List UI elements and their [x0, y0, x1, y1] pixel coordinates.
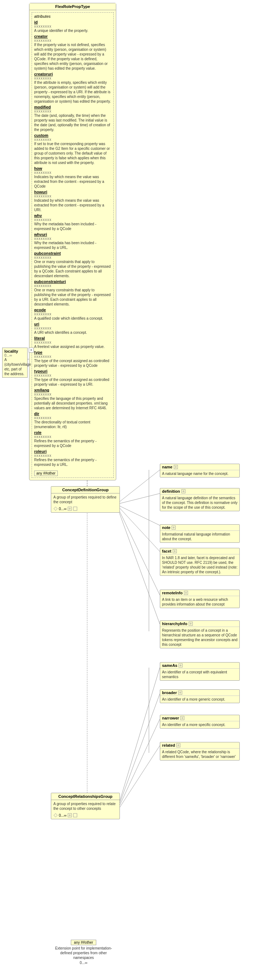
attr-id-dots: xxxxxxxx: [34, 24, 111, 28]
attr-how-name: how: [34, 166, 42, 170]
any-other-bottom-container: any ##other Extension point for implemen…: [54, 940, 113, 965]
any-other-bottom-tag: any ##other: [71, 940, 97, 945]
concept-rel-multiplicity-container: 0...∞: [51, 812, 120, 819]
related-prop-desc: A related QCode, where the relationship …: [160, 749, 239, 760]
broader-prop-label: broader: [162, 690, 177, 695]
narrower-prop-desc: An identifier of a more specific concept…: [160, 721, 239, 728]
remoteinfo-expand-icon: [184, 591, 188, 595]
attr-custom: custom xxxxxxxx If set to true the corre…: [34, 133, 111, 165]
attr-pubconstrainturi: pubconstrainturi xxxxxxxx One or many co…: [34, 279, 111, 307]
attr-creatoruri-desc: If the attribute is empty, specifies whi…: [34, 80, 111, 104]
attr-xmllang-dots: xxxxxxxx: [34, 392, 111, 396]
svg-marker-16: [54, 507, 57, 511]
attr-creator-name: creator: [34, 34, 48, 38]
attr-xmllang: xmllang xxxxxxxx Specifies the language …: [34, 388, 111, 410]
attr-modified-dots: xxxxxxxx: [34, 109, 111, 113]
attr-modified-desc: The date (and, optionally, the time) whe…: [34, 113, 111, 132]
attr-whyuri: whyuri xxxxxxxx Why the metadata has bee…: [34, 232, 111, 250]
attr-id-name: id: [34, 20, 38, 24]
attr-why-dots: xxxxxxxx: [34, 218, 111, 222]
svg-line-3: [116, 504, 160, 525]
related-expand-icon: [176, 743, 180, 748]
concept-rel-box2-icon: [73, 813, 77, 818]
attr-uri: uri xxxxxxxx A URI which identifies a co…: [34, 322, 111, 335]
any-other-bottom-desc: Extension point for implementation-defin…: [54, 946, 113, 960]
attr-creatoruri-name: creatoruri: [34, 72, 53, 76]
attr-type: type xxxxxxxx The type of the concept as…: [34, 350, 111, 368]
concept-rel-desc: A group of properties required to relate…: [51, 800, 120, 812]
any-other-tag: any ##other: [34, 471, 58, 476]
attr-dir: dir xxxxxxxx The directionality of textu…: [34, 412, 111, 429]
attr-uri-desc: A URI which identifies a concept.: [34, 330, 111, 335]
narrower-prop-box: narrower An identifier of a more specifi…: [160, 715, 240, 729]
attr-xmllang-desc: Specifies the language of this property …: [34, 396, 111, 410]
attr-type-desc: The type of the concept assigned as cont…: [34, 358, 111, 368]
name-prop-desc: A natural language name for the concept.: [160, 470, 239, 477]
attr-dir-desc: The directionality of textual content (e…: [34, 420, 111, 429]
concept-rel-diamond-icon: [53, 813, 58, 818]
svg-line-10: [116, 719, 160, 813]
narrower-prop-header: narrower: [160, 715, 239, 721]
name-prop-label: name: [162, 465, 172, 469]
remoteinfo-prop-desc: A link to an item or a web resource whic…: [160, 596, 239, 608]
attr-creator-desc: If the property value is not defined, sp…: [34, 43, 111, 71]
concept-def-expand-icon: [68, 506, 72, 511]
facet-prop-desc: In NAR 1.8 and later, facet is deprecate…: [160, 554, 239, 576]
remoteinfo-prop-header: remoteInfo: [160, 590, 239, 596]
attr-how-desc: Indicates by which means the value was e…: [34, 175, 111, 189]
note-prop-header: note: [160, 525, 239, 531]
sameas-prop-header: sameAs: [160, 662, 239, 669]
svg-line-11: [116, 746, 160, 813]
svg-line-1: [116, 470, 160, 504]
attr-type-dots: xxxxxxxx: [34, 355, 111, 358]
concept-rel-range: 0...∞: [59, 813, 67, 818]
attr-howuri-desc: Indicated by which means the value was e…: [34, 198, 111, 212]
definition-expand-icon: [181, 489, 186, 493]
facet-prop-box: facet In NAR 1.8 and later, facet is dep…: [160, 548, 240, 576]
locality-dots: 0...∞: [4, 353, 26, 357]
locality-label: locality: [4, 349, 26, 353]
locality-expand-icon[interactable]: +: [29, 348, 34, 353]
attr-why-desc: Why the metadata has been included - exp…: [34, 222, 111, 231]
attr-pubconstraint-dots: xxxxxxxx: [34, 255, 111, 259]
attr-qcode-desc: A qualified code which identifies a conc…: [34, 316, 111, 321]
svg-marker-21: [54, 813, 57, 817]
attr-id: id xxxxxxxx A unique identifier of the p…: [34, 20, 111, 33]
sameas-expand-icon: [178, 663, 183, 668]
attr-role-dots: xxxxxxxx: [34, 435, 111, 439]
attr-pubconstraint-name: pubconstraint: [34, 251, 61, 255]
concept-rel-title: ConceptRelationshipsGroup: [51, 793, 120, 800]
svg-rect-25: [73, 813, 77, 817]
svg-line-4: [116, 504, 160, 552]
narrower-prop-label: narrower: [162, 716, 179, 720]
attr-custom-desc: If set to true the corresponding propert…: [34, 142, 111, 165]
attr-roleuri-desc: Refines the semantics of the property - …: [34, 458, 111, 467]
attr-howuri-name: howuri: [34, 190, 47, 194]
concept-def-desc: A group of properties required to define…: [51, 493, 120, 506]
attr-typeuri: typeuri xxxxxxxx The type of the concept…: [34, 369, 111, 387]
facet-prop-header: facet: [160, 548, 239, 554]
attr-pubconstrainturi-name: pubconstrainturi: [34, 279, 66, 284]
attr-custom-name: custom: [34, 133, 48, 137]
concept-def-title: ConceptDefinitionGroup: [51, 487, 120, 493]
main-type-box: FlexRolePropType attributes id xxxxxxxx …: [29, 3, 116, 480]
svg-line-9: [116, 694, 160, 813]
attr-qcode: qcode xxxxxxxx A qualified code which id…: [34, 308, 111, 321]
attr-whyuri-desc: Why the metadata has been included - exp…: [34, 240, 111, 250]
related-prop-header: related: [160, 742, 239, 749]
attr-qcode-name: qcode: [34, 308, 46, 312]
sameas-prop-box: sameAs An identifier of a concept with e…: [160, 662, 240, 681]
broader-prop-header: broader: [160, 690, 239, 696]
locality-box: locality 0...∞ A (city/town/village etc,…: [2, 348, 28, 378]
attr-pubconstraint: pubconstraint xxxxxxxx One or many const…: [34, 251, 111, 278]
attr-literal-desc: A freetext value assigned as property va…: [34, 344, 111, 349]
related-prop-box: related A related QCode, where the relat…: [160, 742, 240, 760]
attr-role: role xxxxxxxx Refines the semantics of t…: [34, 430, 111, 448]
name-prop-box: name A natural language name for the con…: [160, 464, 240, 477]
narrower-expand-icon: [180, 716, 185, 720]
hierarchyinfo-expand-icon: [188, 622, 193, 626]
attr-modified: modified xxxxxxxx The date (and, optiona…: [34, 105, 111, 132]
attr-howuri-dots: xxxxxxxx: [34, 194, 111, 198]
remoteinfo-prop-box: remoteInfo A link to an item or a web re…: [160, 590, 240, 608]
attr-literal-name: literal: [34, 336, 45, 340]
